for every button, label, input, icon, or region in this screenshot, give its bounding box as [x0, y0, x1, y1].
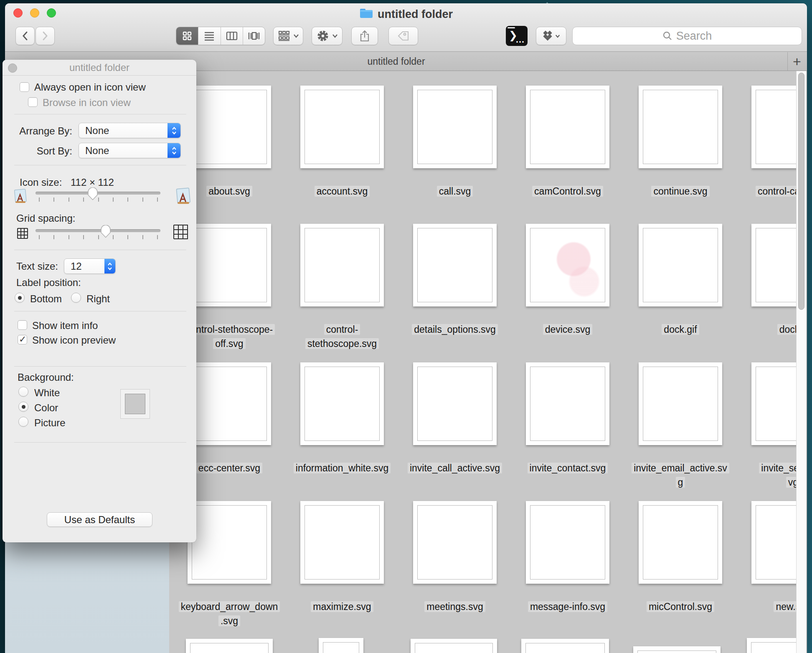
file-thumbnail[interactable] [188, 362, 271, 445]
file-thumbnail[interactable] [751, 224, 796, 306]
file-label[interactable]: invite_call_active.svg [401, 461, 509, 475]
file-thumbnail[interactable] [188, 224, 271, 306]
file-label[interactable]: account.svg [288, 184, 396, 198]
background-color-well[interactable] [120, 389, 150, 419]
file-thumbnail[interactable] [639, 362, 722, 445]
sort-by-popup[interactable]: None [79, 143, 181, 158]
file-thumbnail[interactable] [300, 362, 384, 445]
search-input[interactable]: Search [572, 27, 802, 45]
file-thumbnail-partial[interactable] [747, 638, 796, 653]
file-thumbnail-partial[interactable] [319, 638, 363, 653]
list-view-button[interactable] [198, 27, 221, 45]
file-label[interactable]: device.svg [513, 322, 622, 337]
column-view-button[interactable] [221, 27, 243, 45]
file-thumbnail-partial[interactable] [411, 639, 497, 653]
scrollbar-thumb[interactable] [798, 73, 804, 310]
file-label[interactable]: camControl.svg [513, 184, 622, 198]
file-label[interactable]: information_white.svg [288, 461, 396, 475]
file-label[interactable]: keyboard_arrow_down.svg [175, 600, 284, 628]
icon-size-slider-thumb[interactable] [87, 187, 98, 203]
file-thumbnail-partial[interactable] [186, 639, 273, 653]
file-thumbnail[interactable] [526, 224, 609, 306]
file-thumbnail[interactable] [300, 224, 384, 306]
file-grid: about.svgaccount.svgcall.svgcamControl.s… [169, 71, 796, 653]
text-size-stepper[interactable]: 12 [64, 258, 116, 274]
file-label[interactable]: maximize.svg [288, 600, 396, 614]
file-thumbnail[interactable] [188, 86, 271, 168]
action-menu-button[interactable] [312, 27, 343, 45]
forward-button[interactable] [36, 27, 55, 45]
file-label[interactable]: details_options.svg [401, 322, 509, 337]
use-as-defaults-button[interactable]: Use as Defaults [47, 512, 152, 527]
file-thumbnail[interactable] [751, 362, 796, 445]
always-open-checkbox[interactable] [20, 82, 29, 92]
grid-view-icon [182, 30, 193, 41]
file-thumbnail[interactable] [639, 501, 722, 584]
slider-track[interactable] [36, 229, 160, 232]
file-label[interactable]: message-info.svg [513, 600, 622, 614]
file-label[interactable]: continue.svg [626, 184, 735, 198]
terminal-dots-icon: … [515, 34, 525, 45]
file-label[interactable]: dock.s [739, 322, 796, 337]
file-thumbnail[interactable] [413, 501, 497, 584]
file-thumbnail[interactable] [413, 86, 497, 168]
scrollbar-track[interactable] [796, 71, 806, 653]
file-thumbnail[interactable] [751, 501, 796, 584]
back-button[interactable] [15, 27, 35, 45]
file-label[interactable]: control-can [756, 184, 796, 198]
background-color-radio[interactable] [18, 402, 28, 412]
file-label[interactable]: invite_email_active.svg [626, 461, 735, 489]
coverflow-view-button[interactable] [243, 27, 265, 45]
file-thumbnail-partial[interactable] [633, 646, 721, 653]
panel-close-button[interactable] [8, 63, 17, 73]
file-thumbnail[interactable] [413, 362, 497, 445]
file-thumbnail[interactable] [300, 86, 384, 168]
popup-stepper-icon [167, 123, 180, 138]
file-label[interactable]: micControl.svg [626, 600, 735, 614]
file-label[interactable]: invite_search.svg [739, 461, 796, 489]
label-position-right-radio[interactable] [71, 293, 81, 303]
share-icon [359, 30, 370, 42]
file-label[interactable]: new.svg [739, 600, 796, 614]
group-by-button[interactable] [273, 27, 303, 45]
file-thumbnail[interactable] [188, 501, 271, 584]
show-item-info-checkbox[interactable] [18, 320, 27, 330]
tab-label: untitled folder [367, 56, 425, 67]
new-tab-button[interactable]: + [787, 52, 806, 71]
arrange-by-popup[interactable]: None [79, 123, 181, 138]
show-icon-preview-checkbox[interactable] [18, 335, 27, 344]
group-by-icon [278, 30, 290, 41]
file-label[interactable]: invite_contact.svg [513, 461, 622, 475]
tag-button[interactable] [388, 27, 418, 45]
file-label[interactable]: call.svg [401, 184, 509, 198]
file-thumbnail[interactable] [526, 501, 609, 584]
background-color-label: Color [34, 402, 58, 414]
grid-spacing-slider-thumb[interactable] [100, 225, 111, 240]
file-label[interactable]: dock.gif [626, 322, 735, 337]
chevron-down-icon [555, 34, 560, 38]
browse-checkbox[interactable] [28, 97, 38, 107]
always-open-label: Always open in icon view [34, 81, 146, 93]
text-size-label: Text size: [16, 261, 58, 272]
chevron-left-icon [23, 32, 27, 40]
file-label[interactable]: control-stethoscope.svg [288, 322, 396, 351]
file-thumbnail[interactable] [526, 86, 609, 168]
file-thumbnail-partial[interactable] [521, 639, 609, 653]
label-position-bottom-radio[interactable] [15, 293, 25, 303]
share-button[interactable] [351, 27, 378, 45]
file-thumbnail[interactable] [639, 224, 722, 306]
label-position-label: Label position: [16, 277, 81, 289]
icon-size-small-icon [13, 188, 28, 208]
file-thumbnail[interactable] [526, 362, 609, 445]
background-white-radio[interactable] [18, 387, 28, 397]
open-terminal-button[interactable]: ❯ … [506, 26, 528, 46]
background-picture-radio[interactable] [18, 417, 28, 427]
file-thumbnail[interactable] [300, 501, 384, 584]
file-label[interactable]: meetings.svg [401, 600, 509, 614]
file-thumbnail[interactable] [639, 86, 722, 168]
file-thumbnail[interactable] [751, 86, 796, 168]
stepper-icon [104, 259, 115, 273]
file-thumbnail[interactable] [413, 224, 497, 306]
dropbox-menu-button[interactable] [536, 27, 566, 45]
icon-view-button[interactable] [176, 27, 198, 45]
